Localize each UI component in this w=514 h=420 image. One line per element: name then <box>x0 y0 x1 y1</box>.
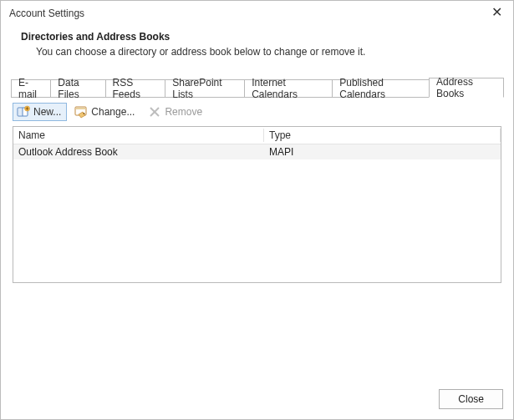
remove-button-label: Remove <box>165 106 202 118</box>
cell-name: Outlook Address Book <box>13 144 264 159</box>
tab-internet-calendars[interactable]: Internet Calendars <box>244 79 333 98</box>
tab-label: Data Files <box>58 77 98 100</box>
table-row[interactable]: Outlook Address Book MAPI <box>13 144 501 159</box>
svg-rect-7 <box>76 108 85 109</box>
window-title: Account Settings <box>9 8 84 19</box>
change-icon <box>74 105 88 119</box>
address-book-list[interactable]: Name Type Outlook Address Book MAPI <box>13 126 501 283</box>
tab-label: RSS Feeds <box>113 77 159 100</box>
new-button-label: New... <box>33 106 61 118</box>
tab-label: E-mail <box>18 77 43 100</box>
tab-data-files[interactable]: Data Files <box>50 79 105 98</box>
page-title: Directories and Address Books <box>21 31 493 43</box>
address-book-new-icon <box>17 105 30 119</box>
column-headers: Name Type <box>13 127 501 144</box>
change-button-label: Change... <box>91 106 135 118</box>
toolbar: New... Change... Remove <box>1 98 513 124</box>
tab-address-books[interactable]: Address Books <box>429 78 504 98</box>
heading-block: Directories and Address Books You can ch… <box>1 26 513 71</box>
remove-button: Remove <box>144 103 208 121</box>
tab-published-calendars[interactable]: Published Calendars <box>332 79 430 98</box>
column-header-label: Name <box>18 129 45 141</box>
tab-sharepoint-lists[interactable]: SharePoint Lists <box>165 79 245 98</box>
cell-type: MAPI <box>264 144 501 159</box>
column-header-type[interactable]: Type <box>264 127 501 144</box>
close-icon[interactable]: ✕ <box>480 1 513 23</box>
dialog-footer: Close <box>439 389 503 409</box>
change-button[interactable]: Change... <box>70 103 140 121</box>
remove-icon <box>148 105 161 119</box>
new-button[interactable]: New... <box>13 103 67 121</box>
svg-point-8 <box>84 113 85 114</box>
close-button-label: Close <box>458 393 484 405</box>
tab-label: Internet Calendars <box>252 77 325 100</box>
column-header-label: Type <box>269 129 291 141</box>
tab-label: Address Books <box>436 76 496 99</box>
tab-label: SharePoint Lists <box>172 77 237 100</box>
tab-label: Published Calendars <box>339 77 422 100</box>
tab-rss-feeds[interactable]: RSS Feeds <box>105 79 166 98</box>
title-bar: Account Settings ✕ <box>1 1 513 26</box>
page-subtitle: You can choose a directory or address bo… <box>21 46 493 58</box>
close-button[interactable]: Close <box>439 389 503 409</box>
column-header-name[interactable]: Name <box>13 127 264 144</box>
tab-email[interactable]: E-mail <box>11 79 51 98</box>
tab-strip: E-mail Data Files RSS Feeds SharePoint L… <box>1 78 513 98</box>
svg-rect-1 <box>18 109 23 115</box>
